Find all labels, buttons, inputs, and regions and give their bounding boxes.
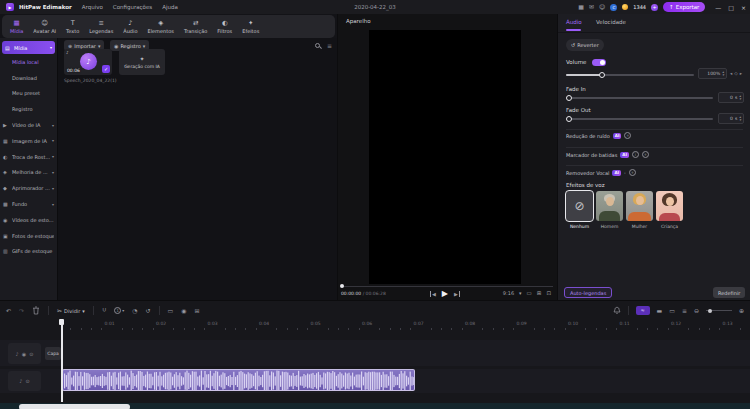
voice-option-none[interactable]: ⊘ Nenhum xyxy=(566,191,593,229)
keyframe-add-icon[interactable]: ◇ xyxy=(734,71,737,76)
sidebar-item-videos-estoque[interactable]: ◉Vídeos de esto... xyxy=(0,212,57,228)
sidebar-item-video-ia[interactable]: ▶Vídeo de IA▾ xyxy=(0,117,57,133)
undo-icon[interactable]: ↶ xyxy=(6,307,11,314)
sidebar-item-aprimorador[interactable]: ◆Aprimorador ...▾ xyxy=(0,180,57,196)
restore-button[interactable]: □ xyxy=(728,4,734,11)
volume-value-box[interactable]: 100% ▴▾ xyxy=(698,68,727,79)
redo-icon[interactable]: ↷ xyxy=(19,307,24,314)
tab-texto[interactable]: TTexto xyxy=(66,20,79,34)
tab-velocidade[interactable]: Velocidade xyxy=(596,19,626,25)
tab-avatar-ai[interactable]: ☺Avatar AI xyxy=(33,20,56,34)
speed-icon[interactable]: ◔ xyxy=(132,307,137,314)
mute-track-icon[interactable]: ♪ xyxy=(16,351,19,357)
sidebar-item-troca-de-rosto[interactable]: ◐Troca de Rost...▾ xyxy=(0,149,57,165)
fade-in-value-box[interactable]: 0 s ▴▾ xyxy=(718,92,744,103)
tab-transicao[interactable]: ⇄Transição xyxy=(184,20,207,34)
trash-icon[interactable] xyxy=(32,306,40,315)
sidebar-item-fotos-estoque[interactable]: ▣Fotos de estoque xyxy=(0,228,57,244)
minimize-button[interactable]: — xyxy=(715,4,721,11)
tab-efeitos[interactable]: ✦Efeitos xyxy=(242,20,259,34)
step-down-icon[interactable]: ▾ xyxy=(739,98,741,101)
media-clip-thumbnail[interactable]: ♪ ♪ 00:06 ✓ xyxy=(64,49,112,75)
tab-midia[interactable]: ▦Mídia xyxy=(10,20,23,34)
sidebar-item-melhoria[interactable]: ◈Melhoria de ...▾ xyxy=(0,165,57,181)
close-button[interactable]: × xyxy=(741,4,746,11)
sidebar-item-midia-local[interactable]: Mídia local xyxy=(0,54,57,70)
bell-icon[interactable] xyxy=(613,306,621,315)
tab-elementos[interactable]: ◈Elementos xyxy=(148,20,174,34)
cover-button[interactable]: Capa xyxy=(45,347,61,360)
apply-noise-reduction-button[interactable]: + xyxy=(624,132,631,139)
voice-option-crianca[interactable]: Criança xyxy=(656,191,683,229)
view-mode-box-icon[interactable]: ▭ xyxy=(669,307,675,314)
view-mode-wave-icon[interactable]: ≈ xyxy=(636,306,650,315)
split-button[interactable]: ✂ Dividir ▾ xyxy=(57,307,85,314)
zoom-slider-handle[interactable] xyxy=(708,309,712,313)
seekbar-handle[interactable] xyxy=(340,284,344,288)
lock-track-icon[interactable]: ⊙ xyxy=(29,351,33,357)
next-frame-button[interactable]: ▶ xyxy=(454,291,460,297)
zoom-in-icon[interactable]: ⊕ xyxy=(739,307,744,314)
zoom-out-icon[interactable]: ⊖ xyxy=(694,307,699,314)
grid-icon[interactable]: ⊞ xyxy=(537,290,542,296)
volume-slider[interactable] xyxy=(566,71,694,78)
volume-toggle[interactable] xyxy=(592,59,606,66)
fade-out-slider[interactable] xyxy=(566,115,713,122)
tab-audio-inspector[interactable]: Áudio xyxy=(566,19,582,25)
mute-audio-icon[interactable]: ♪ xyxy=(19,378,22,384)
tab-legendas[interactable]: ≡Legendas xyxy=(89,20,113,34)
preview-seekbar[interactable] xyxy=(341,286,553,287)
timeline-ruler[interactable]: 0:010:020:030:040:050:060:070:080:090:10… xyxy=(60,319,750,331)
video-track-lane[interactable] xyxy=(0,340,750,366)
prev-frame-button[interactable]: ◀ xyxy=(430,291,436,297)
ai-generate-card[interactable]: ✦ Geração com IA xyxy=(119,49,165,75)
voice-option-mulher[interactable]: Mulher xyxy=(626,191,653,229)
add-credits-button[interactable]: + xyxy=(651,4,658,11)
menu-configuracoes[interactable]: Configurações xyxy=(113,4,152,10)
marker-icon[interactable]: ▭ xyxy=(168,307,174,314)
export-button[interactable]: ↑ Exportar xyxy=(663,2,705,12)
snapshot-icon[interactable]: ▭ xyxy=(527,290,532,296)
avatar[interactable]: C xyxy=(610,4,617,11)
tab-filtros[interactable]: ◐Filtros xyxy=(217,20,232,34)
timeline-hscrollbar-thumb[interactable] xyxy=(19,404,130,409)
sidebar-item-meu-preset[interactable]: Meu preset xyxy=(0,86,57,102)
sidebar-item-imagem-ia[interactable]: ▦Imagem de IA▾ xyxy=(0,133,57,149)
track-mode-dropdown[interactable]: 1▾ xyxy=(114,307,124,314)
video-viewport[interactable] xyxy=(369,30,521,284)
step-down-icon[interactable]: ▾ xyxy=(739,119,741,122)
fullscreen-icon[interactable]: ⊡ xyxy=(546,290,551,296)
sidebar-item-download[interactable]: Download xyxy=(0,70,57,86)
tab-audio[interactable]: ♪Áudio xyxy=(123,20,137,34)
fade-in-slider[interactable] xyxy=(566,94,713,101)
menu-ajuda[interactable]: Ajuda xyxy=(162,4,178,10)
reverse-button[interactable]: ↺ Reverter xyxy=(566,39,604,51)
history-icon[interactable]: ↺ xyxy=(146,307,151,314)
sidebar-item-fundo[interactable]: ▩Fundo▾ xyxy=(0,196,57,212)
sidebar-item-midia[interactable]: ▤Mídia▾ xyxy=(2,41,55,54)
sidebar-item-registro[interactable]: Registro xyxy=(0,101,57,117)
reset-button[interactable]: Redefinir xyxy=(713,287,745,298)
view-mode-list-icon[interactable]: ≡ xyxy=(682,307,687,314)
fade-in-handle[interactable] xyxy=(566,95,572,101)
magnet-icon[interactable]: ∩ xyxy=(102,307,106,314)
sort-icon[interactable]: ≡ xyxy=(327,42,332,49)
keyframe-next-icon[interactable]: ▸ xyxy=(740,71,742,76)
hide-track-icon[interactable]: ◉ xyxy=(22,351,26,357)
lock-audio-icon[interactable]: ⊙ xyxy=(26,378,30,384)
volume-slider-handle[interactable] xyxy=(599,72,605,78)
aspect-ratio-value[interactable]: 9:16 xyxy=(503,290,514,296)
playhead-handle[interactable] xyxy=(59,319,64,325)
play-button[interactable]: ▶ xyxy=(442,289,448,298)
apply-beat-marker-button[interactable]: + xyxy=(642,151,649,158)
add-track-icon[interactable]: ⊞ xyxy=(194,307,199,314)
menu-arquivo[interactable]: Arquivo xyxy=(82,4,103,10)
fade-out-handle[interactable] xyxy=(566,116,572,122)
playhead[interactable] xyxy=(61,319,63,402)
apply-vocal-remover-button[interactable]: + xyxy=(629,169,636,176)
feedback-icon[interactable]: ✉ xyxy=(589,4,594,10)
search-icon[interactable] xyxy=(315,43,320,48)
step-down-icon[interactable]: ▾ xyxy=(722,74,724,77)
sidebar-item-gifs-estoque[interactable]: ▥GIFs de estoque xyxy=(0,244,57,260)
fade-out-value-box[interactable]: 0 s ▴▾ xyxy=(718,113,744,124)
